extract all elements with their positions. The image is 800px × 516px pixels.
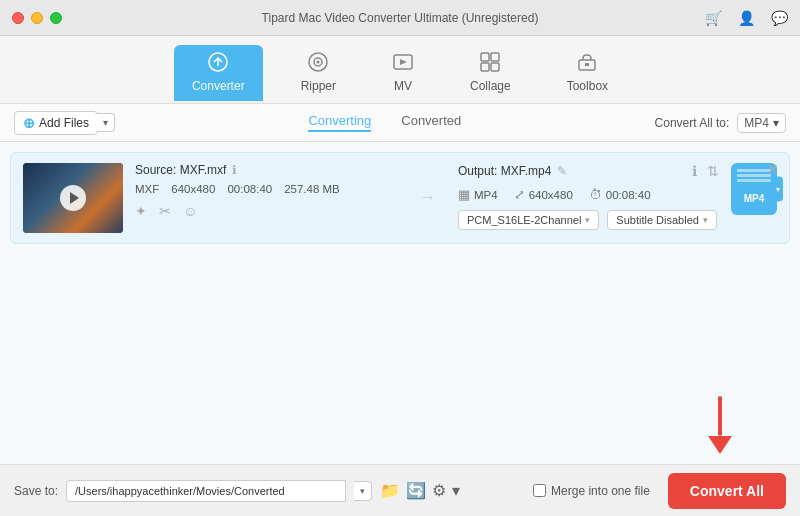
nav-toolbox[interactable]: Toolbox [549,45,626,101]
audio-channel-arrow: ▾ [585,215,590,225]
resolution-meta-icon: ⤢ [514,187,525,202]
tab-converted[interactable]: Converted [401,113,461,132]
plus-icon: ⊕ [23,115,35,131]
nav-mv-label: MV [394,79,412,93]
save-path-dropdown[interactable]: ▾ [354,481,372,501]
audio-channel-select[interactable]: PCM_S16LE-2Channel ▾ [458,210,599,230]
format-badge-text: MP4 [744,193,765,204]
nav-converter[interactable]: Converter [174,45,263,101]
info-icon[interactable]: ℹ [232,163,237,177]
file-format: MXF [135,183,159,195]
maximize-button[interactable] [50,12,62,24]
nav-collage-label: Collage [470,79,511,93]
title-bar-actions: 🛒 👤 💬 [705,10,788,26]
format-value: MP4 [744,116,769,130]
svg-point-3 [317,60,320,63]
subtitle-select[interactable]: Subtitle Disabled ▾ [607,210,717,230]
settings-dropdown-icon[interactable]: ▾ [452,481,460,500]
output-format: MP4 [474,189,498,201]
format-chevron-icon: ▾ [773,116,779,130]
output-format-item: ▦ MP4 [458,187,498,202]
output-section: Output: MXF.mp4 ✎ ℹ ⇅ ▦ MP4 ⤢ 640x480 ⏱ [458,163,719,230]
file-actions: ✦ ✂ ☺ [135,203,396,219]
toolbar-tabs: Converting Converted [115,113,655,132]
cut-icon[interactable]: ✂ [159,203,171,219]
add-files-button[interactable]: ⊕ Add Files [14,111,98,135]
bottom-icons: 📁 🔄 ⚙ ▾ [380,481,460,500]
edit-icon[interactable]: ✎ [557,164,567,178]
file-duration: 00:08:40 [227,183,272,195]
nav-converter-label: Converter [192,79,245,93]
add-files-label: Add Files [39,116,89,130]
minimize-button[interactable] [31,12,43,24]
format-select[interactable]: MP4 ▾ [737,113,786,133]
svg-rect-6 [491,53,499,61]
output-label: Output: MXF.mp4 [458,164,551,178]
main-content: Source: MXF.mxf ℹ MXF 640x480 00:08:40 2… [0,142,800,464]
save-to-label: Save to: [14,484,58,498]
output-resolution: 640x480 [529,189,573,201]
nav-toolbox-label: Toolbox [567,79,608,93]
output-actions: ℹ ⇅ [692,163,719,179]
file-size: 257.48 MB [284,183,340,195]
folder-icon[interactable]: 📁 [380,481,400,500]
add-files-group: ⊕ Add Files ▾ [14,111,115,135]
chat-icon[interactable]: 💬 [771,10,788,26]
svg-rect-8 [491,63,499,71]
close-file-button[interactable]: ✕ [767,161,779,177]
audio-channel-value: PCM_S16LE-2Channel [467,214,581,226]
refresh-folder-icon[interactable]: 🔄 [406,481,426,500]
settings-icon[interactable]: ⚙ [432,481,446,500]
output-transfer-icon[interactable]: ⇅ [707,163,719,179]
file-meta: MXF 640x480 00:08:40 257.48 MB [135,183,396,195]
convert-all-to-label: Convert All to: [655,116,730,130]
output-header: Output: MXF.mp4 ✎ ℹ ⇅ [458,163,719,179]
svg-rect-10 [585,63,589,66]
user-icon[interactable]: 👤 [738,10,755,26]
add-files-dropdown[interactable]: ▾ [97,113,115,132]
play-icon [70,192,79,204]
merge-checkbox[interactable] [533,484,546,497]
collage-icon [479,51,501,76]
source-label: Source: MXF.mxf [135,163,226,177]
output-resolution-item: ⤢ 640x480 [514,187,573,202]
output-info-icon[interactable]: ℹ [692,163,697,179]
nav-ripper[interactable]: Ripper [283,45,354,101]
converter-icon [207,51,229,76]
bottom-bar: Save to: ▾ 📁 🔄 ⚙ ▾ Merge into one file C… [0,464,800,516]
duration-meta-icon: ⏱ [589,187,602,202]
nav-mv[interactable]: MV [374,45,432,101]
tab-converting[interactable]: Converting [308,113,371,132]
red-arrow-shaft [718,396,722,436]
toolbar: ⊕ Add Files ▾ Converting Converted Conve… [0,104,800,142]
toolbar-right: Convert All to: MP4 ▾ [655,113,786,133]
file-resolution: 640x480 [171,183,215,195]
format-meta-icon: ▦ [458,187,470,202]
sparkle-icon[interactable]: ✦ [135,203,147,219]
mv-icon [392,51,414,76]
badge-expand-icon[interactable]: ▾ [773,177,783,202]
play-button[interactable] [60,185,86,211]
output-meta: ▦ MP4 ⤢ 640x480 ⏱ 00:08:40 [458,187,719,202]
app-title: Tipard Mac Video Converter Ultimate (Unr… [262,11,539,25]
cart-icon[interactable]: 🛒 [705,10,722,26]
effect-icon[interactable]: ☺ [183,203,197,219]
arrow-right-icon: → [418,187,436,208]
svg-rect-5 [481,53,489,61]
output-duration-item: ⏱ 00:08:40 [589,187,651,202]
save-path-input[interactable] [66,480,346,502]
red-arrow-indicator [708,396,732,454]
subtitle-arrow: ▾ [703,215,708,225]
file-card: Source: MXF.mxf ℹ MXF 640x480 00:08:40 2… [10,152,790,244]
ripper-icon [307,51,329,76]
subtitle-value: Subtitle Disabled [616,214,699,226]
nav-collage[interactable]: Collage [452,45,529,101]
svg-rect-7 [481,63,489,71]
output-duration: 00:08:40 [606,189,651,201]
convert-all-button[interactable]: Convert All [668,473,786,509]
output-dropdowns: PCM_S16LE-2Channel ▾ Subtitle Disabled ▾ [458,210,719,230]
nav-bar: Converter Ripper MV [0,36,800,104]
nav-ripper-label: Ripper [301,79,336,93]
title-bar: Tipard Mac Video Converter Ultimate (Unr… [0,0,800,36]
close-button[interactable] [12,12,24,24]
